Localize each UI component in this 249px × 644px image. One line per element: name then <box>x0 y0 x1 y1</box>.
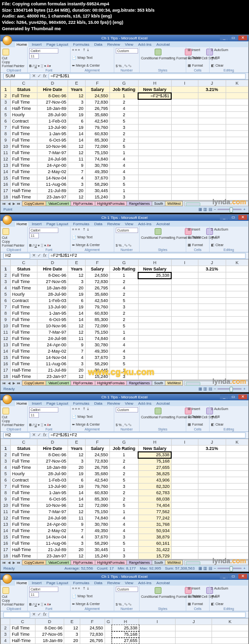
cell-I12[interactable] <box>171 156 198 162</box>
cell-F3[interactable]: 72,830 <box>80 631 105 638</box>
cell-E18[interactable]: 12 <box>68 194 85 200</box>
minimize-button[interactable]: _ <box>220 215 229 220</box>
cell-C14[interactable]: Full Time <box>10 528 37 534</box>
tab-formulas[interactable]: Formulas <box>71 581 90 586</box>
cell-F12[interactable]: 74,840 <box>85 515 110 521</box>
cell-J9[interactable] <box>198 317 226 323</box>
col-header-K[interactable]: K <box>226 80 248 87</box>
cell-J12[interactable] <box>198 156 226 162</box>
cell-G18[interactable]: 3 <box>110 194 139 200</box>
cell-F10[interactable]: 72,090 <box>85 143 110 150</box>
cell-C15[interactable]: Full Time <box>10 355 37 361</box>
cell-H1[interactable]: New Salary <box>138 87 171 93</box>
col-header-G[interactable]: G <box>105 619 112 625</box>
row-header-2[interactable]: 2 <box>1 625 10 631</box>
tab-nav-next[interactable]: ▶ <box>11 202 16 205</box>
cell-J16[interactable] <box>198 181 226 188</box>
cell-F14[interactable]: 49,350 <box>85 169 110 175</box>
cell-I4[interactable] <box>139 638 176 644</box>
cell-G1[interactable]: Job Rating <box>110 87 139 93</box>
cell-H2[interactable]: 25,338 <box>138 452 171 458</box>
cell-F6[interactable]: 42,540 <box>85 477 110 483</box>
cell-J3[interactable] <box>198 99 226 106</box>
cell-K11[interactable] <box>226 150 248 156</box>
row-header-2[interactable]: 2 <box>1 272 11 279</box>
cell-J13[interactable] <box>198 342 226 348</box>
cell-G13[interactable]: 4 <box>110 162 139 169</box>
tab-home[interactable]: Home <box>15 42 28 47</box>
cell-D3[interactable]: 27-Nov-05 <box>35 631 64 638</box>
cell-F7[interactable]: 79,760 <box>85 304 110 310</box>
cell-H7[interactable] <box>138 304 171 310</box>
cell-D5[interactable]: 28-Jul-90 <box>37 471 68 477</box>
tab-nav-prev[interactable]: ◀ <box>6 561 11 564</box>
cell-C2[interactable]: Full Time <box>10 452 37 458</box>
row-header-2[interactable]: 2 <box>1 93 11 99</box>
cell-K2[interactable] <box>212 625 249 631</box>
cell-J10[interactable] <box>198 502 226 509</box>
cell-H17[interactable] <box>138 188 171 194</box>
cell-J4[interactable] <box>198 465 226 471</box>
cell-K5[interactable] <box>226 112 248 118</box>
cell-C8[interactable]: Full Time <box>10 310 37 317</box>
tab-nav-prev[interactable]: ◀ <box>6 202 11 205</box>
cell-J11[interactable] <box>198 509 226 515</box>
maximize-button[interactable]: ▭ <box>229 574 238 579</box>
cancel-icon[interactable]: ✕ <box>32 612 36 617</box>
cell-E10[interactable]: 12 <box>68 143 85 150</box>
font-select[interactable]: Calibri <box>29 407 58 412</box>
cell-H3[interactable] <box>138 279 171 285</box>
cell-J3[interactable] <box>176 631 212 638</box>
cell-F4[interactable]: 26,795 <box>85 106 110 112</box>
tab-view[interactable]: View <box>124 222 135 227</box>
row-header-8[interactable]: 8 <box>1 310 11 317</box>
worksheet[interactable]: CDEFGHIJK1 Status Hire Date Years Salary… <box>0 259 249 380</box>
cell-K9[interactable] <box>226 317 248 323</box>
cell-G13[interactable]: 4 <box>110 521 139 528</box>
cell-F16[interactable]: 58,290 <box>85 540 110 547</box>
cell-I3[interactable] <box>139 631 176 638</box>
cell-F4[interactable]: 26,795 <box>85 285 110 291</box>
row-header-11[interactable]: 11 <box>1 329 11 336</box>
cell-E1[interactable]: Years <box>68 446 85 452</box>
formula-input[interactable]: =F2*$J$1+F2 <box>49 253 246 259</box>
cell-I10[interactable] <box>171 502 198 509</box>
enter-icon[interactable]: ✓ <box>37 253 42 258</box>
cell-I13[interactable] <box>171 521 198 528</box>
cell-H16[interactable] <box>138 361 171 367</box>
cell-E16[interactable]: 3 <box>68 361 85 367</box>
cell-F9[interactable]: 85,300 <box>85 496 110 502</box>
cell-C10[interactable]: Full Time <box>10 502 37 509</box>
paste-icon[interactable] <box>2 408 9 414</box>
row-header-17[interactable]: 17 <box>1 188 11 194</box>
cell-H6[interactable] <box>138 118 171 125</box>
tab-formulas[interactable]: Formulas <box>71 401 90 406</box>
row-header-3[interactable]: 3 <box>1 279 11 285</box>
tab-insert[interactable]: Insert <box>30 401 43 406</box>
cell-H14[interactable]: 50,934 <box>138 528 171 534</box>
cell-D6[interactable]: 1-Feb-03 <box>37 118 68 125</box>
cell-J15[interactable] <box>198 534 226 540</box>
cell-H12[interactable] <box>138 336 171 342</box>
row-header-6[interactable]: 6 <box>1 298 11 304</box>
cell-I1[interactable] <box>171 266 198 272</box>
cell-I10[interactable] <box>171 323 198 329</box>
col-header-C[interactable]: C <box>10 619 35 625</box>
cell-I15[interactable] <box>171 175 198 181</box>
sheet-tab-RangeNames[interactable]: RangeNames <box>126 201 152 206</box>
cell-C4[interactable]: Half-Time <box>10 465 37 471</box>
cell-D2[interactable]: 8-Dec-96 <box>37 272 68 279</box>
col-header-J[interactable]: J <box>176 619 212 625</box>
cell-H2[interactable]: =F2*$J$1 <box>138 93 171 99</box>
cell-G16[interactable]: 5 <box>110 181 139 188</box>
cell-D14[interactable]: 2-May-02 <box>37 169 68 175</box>
cancel-icon[interactable]: ✕ <box>32 433 36 437</box>
row-header-1[interactable]: 1 <box>1 87 11 93</box>
cell-D11[interactable]: 7-Mar-97 <box>37 329 68 336</box>
cell-K10[interactable] <box>226 143 248 150</box>
wrap-text[interactable]: 📄 Wrap Text <box>72 415 112 418</box>
cell-I1[interactable] <box>171 87 198 93</box>
cancel-icon[interactable]: ✕ <box>32 253 36 258</box>
autosum[interactable]: Σ AutoSum <box>211 48 247 52</box>
row-header-12[interactable]: 12 <box>1 515 11 521</box>
